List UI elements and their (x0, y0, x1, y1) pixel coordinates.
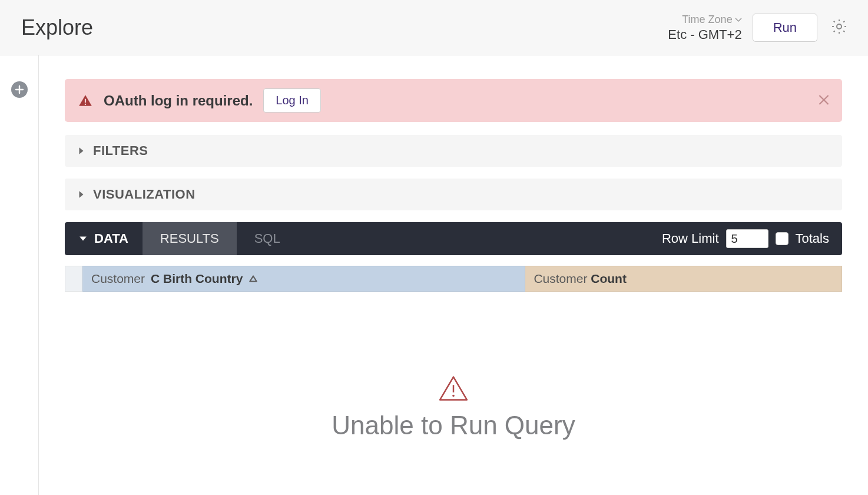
row-limit-label: Row Limit (662, 231, 719, 246)
settings-button[interactable] (828, 15, 850, 39)
data-tab-label: DATA (94, 231, 128, 246)
caret-down-icon (79, 235, 87, 242)
tab-sql[interactable]: SQL (237, 222, 298, 255)
svg-point-0 (837, 24, 842, 29)
warning-icon (78, 93, 93, 108)
columns-header: Customer C Birth Country Customer Count (65, 266, 842, 292)
empty-message: Unable to Run Query (65, 411, 842, 440)
gear-icon (830, 18, 848, 35)
sort-asc-icon (249, 275, 258, 283)
run-button[interactable]: Run (753, 14, 817, 42)
svg-rect-1 (85, 98, 86, 103)
timezone-label-text: Time Zone (682, 13, 732, 27)
data-bar-controls: Row Limit Totals (662, 229, 842, 248)
data-bar: DATA RESULTS SQL Row Limit Totals (65, 222, 842, 255)
totals-label: Totals (796, 231, 829, 246)
row-handle[interactable] (65, 266, 82, 292)
filters-panel[interactable]: FILTERS (65, 135, 842, 167)
top-header: Explore Time Zone Etc - GMT+2 Run (0, 0, 868, 55)
tab-data[interactable]: DATA (65, 222, 143, 255)
chevron-down-icon (735, 17, 742, 23)
sql-tab-label: SQL (254, 231, 280, 246)
caret-right-icon (78, 147, 85, 155)
body: OAuth log in required. Log In FILTERS VI… (0, 55, 868, 495)
warning-outline-icon (437, 374, 470, 402)
visualization-label: VISUALIZATION (93, 187, 196, 202)
measure-column[interactable]: Customer Count (525, 266, 842, 292)
filters-label: FILTERS (93, 143, 148, 159)
alert-close-button[interactable] (816, 92, 831, 109)
timezone-selector[interactable]: Time Zone Etc - GMT+2 (668, 12, 741, 43)
page-title: Explore (21, 15, 93, 40)
measure-prefix: Customer (534, 272, 587, 286)
tab-results[interactable]: RESULTS (143, 222, 237, 255)
close-icon (816, 92, 831, 107)
results-tab-label: RESULTS (160, 231, 219, 246)
alert-message: OAuth log in required. (104, 93, 253, 109)
dimension-field: C Birth Country (151, 272, 243, 286)
oauth-alert: OAuth log in required. Log In (65, 79, 842, 122)
totals-checkbox[interactable] (776, 232, 789, 245)
dimension-prefix: Customer (91, 272, 145, 286)
dimension-column[interactable]: Customer C Birth Country (82, 266, 525, 292)
timezone-value: Etc - GMT+2 (668, 27, 741, 43)
header-controls: Time Zone Etc - GMT+2 Run (668, 12, 850, 43)
left-rail (0, 55, 39, 495)
login-button[interactable]: Log In (263, 88, 321, 113)
timezone-label: Time Zone (682, 13, 741, 27)
svg-point-4 (452, 395, 455, 397)
caret-right-icon (78, 190, 85, 199)
row-limit-input[interactable] (726, 229, 768, 248)
empty-state: Unable to Run Query (65, 374, 842, 440)
svg-rect-2 (85, 103, 86, 104)
add-button[interactable] (11, 81, 28, 98)
plus-icon (15, 85, 24, 94)
main-content: OAuth log in required. Log In FILTERS VI… (39, 55, 868, 495)
measure-field: Count (591, 272, 627, 286)
visualization-panel[interactable]: VISUALIZATION (65, 179, 842, 210)
